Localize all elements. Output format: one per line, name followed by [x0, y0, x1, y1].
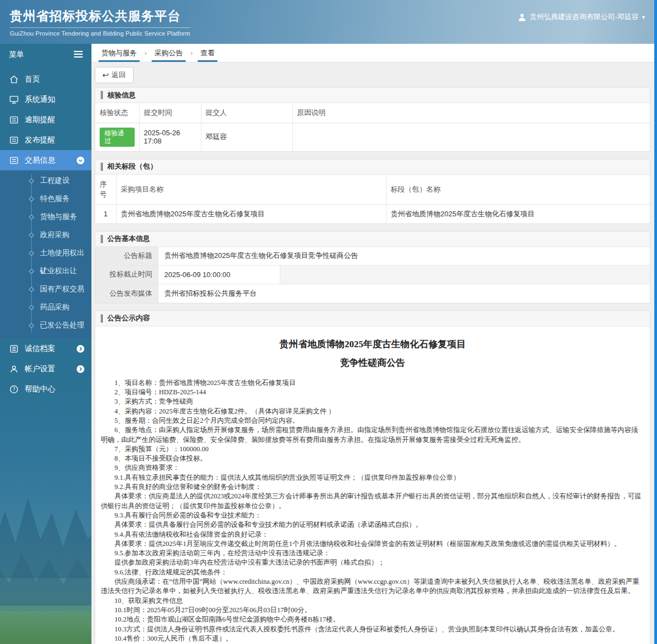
field-value: 贵州省招标投标公共服务平台 — [158, 284, 650, 303]
paragraph: 5、服务期：合同生效之日起2个月内完成全部合同约定内容。 — [101, 416, 644, 426]
related-sections-panel: 相关标段（包） 序号 采购项目名称 标段（包）名称 1 贵州省地质博物2025年… — [95, 159, 650, 224]
column-header: 采购项目名称 — [116, 175, 386, 205]
verification-table: 核验状态 提交时间 提交人 原因说明 核验通过 2025-05-26 17:08… — [95, 103, 650, 151]
paragraph: 9.1.具有独立承担民事责任的能力：提供法人或其他组织的营业执照等证明文件；（提… — [101, 473, 644, 482]
scrollbar[interactable] — [654, 0, 657, 644]
home-icon — [9, 75, 19, 84]
svg-text:?: ? — [13, 387, 15, 392]
question-circle-icon: ? — [9, 385, 19, 394]
verification-info-panel: 核验信息 核验状态 提交时间 提交人 原因说明 核验通过 2025-05-26 … — [95, 87, 650, 152]
user-menu[interactable]: 贵州弘典建设咨询有限公司-邓廷容 ▾ — [518, 12, 645, 22]
column-header: 提交时间 — [139, 103, 201, 123]
reason-cell — [292, 123, 650, 151]
table-header-row: 核验状态 提交时间 提交人 原因说明 — [95, 103, 650, 123]
field-value: 2025-06-09 10:00:00 — [158, 266, 280, 284]
paragraph: 具体要求：供应商是法人的提供2023或2024年度经第三方会计师事务所出具的审计… — [101, 492, 644, 511]
sidebar-item-publish-reminder[interactable]: 发布提醒 — [0, 130, 91, 150]
breadcrumb-separator-icon: › — [188, 49, 195, 57]
paragraph: 10.2地点：贵阳市观山湖区金阳南路6号世纪金源购物中心商务楼B栋17楼。 — [101, 615, 644, 624]
submenu-item-published-notices[interactable]: 已发公告处理 — [0, 316, 91, 334]
paragraph: 9.4.具有依法缴纳税收和社会保障资金的良好记录： — [101, 530, 644, 539]
section-marker — [101, 91, 103, 99]
sidebar-item-system-notice[interactable]: 系统通知 — [0, 89, 91, 110]
back-button[interactable]: ↩ 返回 — [95, 67, 134, 83]
paragraph: 10.4售价：300元人民币（售后不退）。 — [101, 634, 644, 643]
submenu-item-special-services[interactable]: 特色服务 — [0, 189, 91, 208]
paragraph: 10.3方式：提供法人身份证明书原件或法定代表人授权委托书原件（含法定代表人身份… — [101, 625, 644, 634]
info-row-publish-media: 公告发布媒体 贵州省招标投标公共服务平台 — [95, 284, 650, 303]
document-title-line2: 竞争性磋商公告 — [101, 354, 644, 372]
sidebar-item-overdue-reminder[interactable]: 逾期提醒 — [0, 110, 91, 130]
panel-header: 公告基本信息 — [95, 232, 650, 247]
document-icon — [9, 136, 19, 145]
breadcrumb-separator-icon: › — [142, 49, 149, 57]
submenu-item-mining-rights[interactable]: 矿业权出让 — [0, 262, 91, 280]
breadcrumb-view[interactable]: 查看 — [198, 44, 217, 62]
table-header-row: 序号 采购项目名称 标段（包）名称 — [95, 175, 650, 205]
field-value: 贵州省地质博物2025年度古生物化石修复项目竞争性磋商公告 — [158, 247, 650, 265]
paragraph: 4、采购内容：2025年度古生物化石修复2件。（具体内容详见采购文件 ） — [101, 407, 644, 416]
submenu-item-land-use-rights[interactable]: 土地使用权出让 — [0, 244, 91, 262]
user-icon — [518, 13, 526, 21]
user-name: 贵州弘典建设咨询有限公司-邓廷容 — [529, 12, 638, 22]
toolbar: ↩ 返回 — [91, 62, 657, 87]
sidebar-item-label: 帮助中心 — [25, 384, 55, 394]
submenu-item-drug-procurement[interactable]: 药品采购 — [0, 298, 91, 316]
platform-subtitle: GuiZhou Province Tendering and Bidding P… — [10, 30, 191, 37]
sidebar-menu-header: 菜单 — [0, 44, 91, 66]
section-marker — [101, 314, 103, 323]
paragraph: 10、获取采购文件信息 — [101, 596, 644, 606]
notice-basic-info-panel: 公告基本信息 公告标题 贵州省地质博物2025年度古生物化石修复项目竞争性磋商公… — [95, 231, 650, 303]
submenu-item-gov-procurement[interactable]: 政府采购 — [0, 226, 91, 244]
section-marker — [101, 163, 103, 171]
submenu-item-goods-services[interactable]: 货物与服务 — [0, 208, 91, 226]
sidebar: 菜单 首页 系统通知 — [0, 44, 91, 644]
paragraph: 1、项目名称：贵州省地质博物2025年度古生物化石修复项目 — [101, 378, 644, 388]
field-label: 公告发布媒体 — [95, 284, 158, 303]
sidebar-item-home[interactable]: 首页 — [0, 69, 91, 89]
sidebar-item-trade-info[interactable]: 交易信息 — [0, 150, 91, 170]
breadcrumb-procurement-notice[interactable]: 采购公告 — [152, 44, 186, 62]
paragraph: 9.5.参加本次政府采购活动前三年内，在经营活动中没有违法违规记录： — [101, 549, 644, 558]
empty-cell — [280, 266, 650, 284]
sidebar-item-label: 发布提醒 — [25, 135, 55, 145]
panel-header: 核验信息 — [95, 88, 650, 103]
paragraph: 6、服务地点：由采购人指定场所开展修复服务，场所需租赁费用由服务方承担。由指定场… — [101, 426, 644, 445]
sidebar-item-account-settings[interactable]: 帐户设置 — [0, 359, 91, 379]
hamburger-icon[interactable] — [73, 50, 83, 60]
row-number-cell: 1 — [95, 204, 116, 223]
paragraph: 2、项目编号：HDZB-2025-144 — [101, 388, 644, 397]
paragraph: 具体要求：提供2025年1月至响应文件递交截止时间前任意1个月依法缴纳税收和社会… — [101, 539, 644, 549]
sidebar-item-label: 逾期提醒 — [25, 115, 55, 125]
announcement-document: 贵州省地质博物2025年度古生物化石修复项目 竞争性磋商公告 1、项目名称：贵州… — [95, 326, 650, 644]
breadcrumb: 货物与服务 › 采购公告 › 查看 — [91, 44, 657, 62]
chevron-right-circle-icon — [77, 365, 84, 373]
back-button-label: 返回 — [112, 70, 126, 80]
sidebar-item-help-center[interactable]: ? 帮助中心 — [0, 379, 91, 399]
paragraph: 8、本项目不接受联合体投标。 — [101, 454, 644, 463]
panel-header: 公告公示内容 — [95, 311, 650, 326]
verify-status-cell: 核验通过 — [95, 123, 139, 151]
field-label: 投标截止时间 — [95, 266, 158, 284]
chevron-down-circle-icon — [77, 157, 84, 164]
breadcrumb-goods-services[interactable]: 货物与服务 — [99, 44, 140, 62]
paragraph: 9.3.具有履行合同所必需的设备和专业技术能力： — [101, 511, 644, 520]
submenu-item-state-property[interactable]: 国有产权交易 — [0, 280, 91, 298]
column-header: 标段（包）名称 — [386, 175, 650, 205]
sidebar-item-label: 交易信息 — [25, 156, 55, 165]
main-content: 货物与服务 › 采购公告 › 查看 ↩ 返回 核验信息 核验状态 提交时间 — [91, 44, 657, 644]
section-title: 核验信息 — [107, 90, 136, 100]
back-icon: ↩ — [102, 71, 109, 79]
document-icon — [9, 156, 19, 165]
sidebar-background-fields — [0, 611, 91, 644]
submitter-cell: 邓廷容 — [201, 123, 292, 151]
submit-time-cell: 2025-05-26 17:08 — [139, 123, 201, 151]
top-header: 贵州省招标投标公共服务平台 GuiZhou Province Tendering… — [0, 0, 657, 44]
submenu-item-engineering[interactable]: 工程建设 — [0, 171, 91, 189]
trade-info-submenu: 工程建设 特色服务 货物与服务 政府采购 土地使用权出让 矿业权出让 国有产权交… — [0, 170, 91, 338]
person-icon — [9, 365, 19, 373]
sidebar-item-label: 首页 — [25, 74, 40, 84]
sidebar-item-credit-files[interactable]: 诚信档案 — [0, 338, 91, 359]
sidebar-item-label: 诚信档案 — [25, 344, 55, 354]
list-icon — [9, 344, 19, 353]
